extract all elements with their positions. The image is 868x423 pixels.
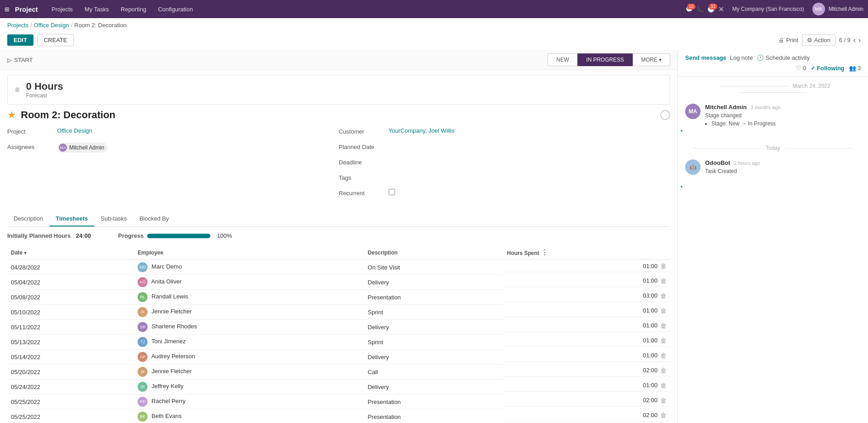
close-icon[interactable]: ✕	[718, 5, 724, 14]
assignees-field: Assignees MA Mitchell Admin	[7, 143, 339, 154]
right-panel: Send message Log note 🕐 Schedule activit…	[678, 50, 868, 423]
hours-forecast-number: 0 Hours	[26, 81, 63, 92]
nav-projects[interactable]: Projects	[47, 4, 77, 14]
pager-prev[interactable]: ‹	[853, 36, 855, 44]
delete-row-icon[interactable]: 🗑	[660, 382, 667, 389]
edit-button[interactable]: EDIT	[7, 34, 33, 46]
delete-row-icon[interactable]: 🗑	[660, 277, 667, 284]
messages-badge: 10	[687, 4, 696, 10]
task-state-circle[interactable]	[660, 110, 670, 120]
date-divider-1: March 24, 2022	[678, 77, 868, 99]
planned-date-label: Planned Date	[339, 143, 389, 150]
cell-employee: TJ Toni Jimenez	[134, 335, 364, 350]
cell-employee: JF Jennie Fletcher	[134, 365, 364, 380]
delete-row-icon[interactable]: 🗑	[660, 337, 667, 344]
employee-avatar: JF	[138, 307, 148, 317]
cell-description: Presentation	[364, 290, 504, 305]
online-dot-2	[680, 185, 683, 188]
recurrent-checkbox[interactable]	[389, 189, 395, 195]
breadcrumb-office-design[interactable]: Office Design	[34, 22, 69, 29]
assignees-label: Assignees	[7, 143, 57, 150]
breadcrumb-projects[interactable]: Projects	[7, 22, 29, 29]
status-bar: ▷ START NEW IN PROGRESS MORE ▾	[0, 50, 677, 70]
cell-date: 05/04/2022	[7, 275, 134, 290]
cell-date: 05/24/2022	[7, 380, 134, 394]
delete-row-icon[interactable]: 🗑	[660, 307, 667, 314]
message-time-1: 3 months ago	[750, 105, 781, 110]
action-button[interactable]: ⚙ Action	[802, 34, 835, 46]
cell-hours: 01:00 🗑	[503, 335, 670, 347]
message-status-2: Task Created	[705, 168, 861, 174]
project-value[interactable]: Office Design	[57, 127, 92, 134]
employee-avatar: AO	[138, 277, 148, 287]
tab-blocked-by[interactable]: Blocked By	[133, 212, 175, 226]
log-note-button[interactable]: Log note	[730, 54, 753, 61]
cell-hours: 02:00 🗑	[503, 365, 670, 377]
tags-label: Tags	[339, 173, 389, 181]
phone-icon[interactable]: 📞	[696, 6, 704, 13]
tab-description[interactable]: Description	[7, 212, 49, 226]
delete-row-icon[interactable]: 🗑	[660, 322, 667, 329]
cell-description: Presentation	[364, 409, 504, 423]
tab-sub-tasks[interactable]: Sub-tasks	[94, 212, 133, 226]
schedule-activity-button[interactable]: 🕐 Schedule activity	[757, 54, 810, 61]
nav-my-tasks[interactable]: My Tasks	[80, 4, 114, 14]
delete-row-icon[interactable]: 🗑	[660, 262, 667, 269]
messages-icon[interactable]: 💬 10	[686, 6, 693, 13]
following-button[interactable]: ✓ Following	[811, 65, 844, 72]
cell-hours: 01:00 🗑	[503, 380, 670, 392]
table-row: 05/20/2022 JF Jennie Fletcher Call 02:00…	[7, 365, 670, 380]
message-author-2: OdooBot	[705, 159, 730, 166]
delete-row-icon[interactable]: 🗑	[660, 397, 667, 404]
customer-label: Customer	[339, 127, 389, 135]
stage-new[interactable]: NEW	[548, 53, 577, 66]
print-button[interactable]: 🖨 Print	[778, 37, 798, 43]
table-row: 05/10/2022 JF Jennie Fletcher Sprint 01:…	[7, 305, 670, 320]
delete-row-icon[interactable]: 🗑	[660, 352, 667, 359]
cell-description: Delivery	[364, 275, 504, 290]
pager-next[interactable]: ›	[858, 36, 861, 44]
delete-row-icon[interactable]: 🗑	[660, 367, 667, 374]
avatar[interactable]: MA	[812, 3, 825, 15]
app-grid-icon[interactable]: ⊞	[5, 6, 10, 13]
cell-hours: 01:00 🗑	[503, 350, 670, 362]
delete-row-icon[interactable]: 🗑	[660, 292, 667, 299]
cell-date: 05/10/2022	[7, 305, 134, 320]
cell-date: 05/20/2022	[7, 365, 134, 380]
progress-block: Progress 100%	[118, 232, 232, 239]
delete-row-icon[interactable]: 🗑	[660, 412, 667, 419]
chatter-actions-right: ♡ 0 ✓ Following 👥 3	[796, 65, 861, 72]
cell-date: 05/11/2022	[7, 320, 134, 335]
stage-more[interactable]: MORE ▾	[633, 53, 670, 66]
cell-hours: 01:00 🗑	[503, 305, 670, 317]
start-button[interactable]: ▷ START	[7, 57, 33, 63]
cell-description: Sprint	[364, 335, 504, 350]
message-header-1: Mitchell Admin 3 months ago	[705, 104, 861, 111]
cell-date: 05/14/2022	[7, 350, 134, 365]
initially-planned-value: 24:00	[76, 232, 91, 239]
star-icon[interactable]: ★	[7, 109, 16, 121]
col-menu-icon[interactable]: ⋮	[541, 249, 548, 256]
cell-employee: AO Anita Oliver	[134, 275, 364, 290]
nav-reporting[interactable]: Reporting	[116, 4, 151, 14]
table-row: 04/28/2022 MD Marc Demo On Site Visit 01…	[7, 260, 670, 275]
sort-arrow-icon[interactable]: ▾	[24, 250, 26, 255]
initially-planned-label: Initially Planned Hours	[7, 232, 71, 239]
cell-date: 05/25/2022	[7, 394, 134, 409]
customer-value[interactable]: YourCompany, Joel Willis	[389, 127, 455, 134]
stage-in-progress[interactable]: IN PROGRESS	[577, 53, 632, 66]
tab-timesheets[interactable]: Timesheets	[49, 212, 94, 226]
send-message-button[interactable]: Send message	[685, 54, 726, 61]
task-title-row: ★ Room 2: Decoration	[7, 109, 670, 121]
nav-configuration[interactable]: Configuration	[153, 4, 197, 14]
employee-avatar: TJ	[138, 337, 148, 347]
tags-field: Tags	[339, 173, 671, 184]
create-button[interactable]: CREATE	[37, 34, 74, 46]
employee-avatar: AP	[138, 352, 148, 362]
chatter-header: Send message Log note 🕐 Schedule activit…	[678, 50, 868, 77]
breadcrumb: Projects / Office Design / Room 2: Decor…	[0, 18, 868, 32]
clock-icon[interactable]: 🕐 33	[707, 6, 715, 13]
assignee-chip[interactable]: MA Mitchell Admin	[57, 143, 108, 153]
message-body-2: OdooBot 2 hours ago Task Created	[705, 159, 861, 190]
breadcrumb-current: Room 2: Decoration	[74, 22, 127, 29]
